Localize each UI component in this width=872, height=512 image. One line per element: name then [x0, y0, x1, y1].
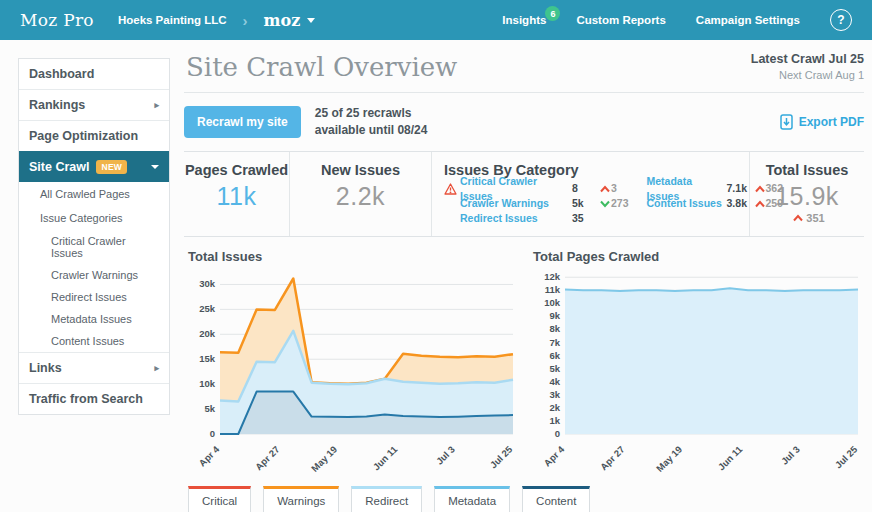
- moz-pro-logo[interactable]: Moz Pro: [20, 10, 94, 30]
- issue-count: 35: [572, 211, 596, 226]
- sidebar-item-label: Issue Categories: [40, 212, 123, 224]
- sidebar-item-issue-categories[interactable]: Issue Categories: [19, 206, 169, 230]
- sidebar-item-traffic-from-search[interactable]: Traffic from Search: [19, 383, 169, 414]
- svg-text:Jul 25: Jul 25: [833, 443, 860, 470]
- new-issues-value: 2.2k: [290, 182, 431, 211]
- svg-text:Apr 27: Apr 27: [598, 443, 627, 472]
- main-content: Site Crawl Overview Latest Crawl Jul 25 …: [184, 48, 864, 512]
- sidebar-item-label: Page Optimization: [29, 129, 138, 143]
- sidebar-item-site-crawl[interactable]: Site CrawlNEW: [19, 151, 169, 182]
- sidebar-item-crawler-warnings[interactable]: Crawler Warnings: [19, 264, 169, 286]
- legend-toggle-content[interactable]: Content: [522, 486, 590, 512]
- sidebar-item-label: Critical Crawler Issues: [51, 235, 126, 259]
- svg-text:5k: 5k: [549, 362, 560, 373]
- sidebar-item-dashboard[interactable]: Dashboard: [19, 59, 169, 89]
- sidebar-item-label: Metadata Issues: [51, 313, 132, 325]
- legend-toggle-warnings[interactable]: Warnings: [263, 486, 339, 512]
- site-dropdown-label: moz: [264, 11, 301, 30]
- sidebar-item-label: Content Issues: [51, 335, 124, 347]
- chevron-right-icon: ▸: [154, 100, 159, 110]
- nav-custom-reports[interactable]: Custom Reports: [576, 14, 665, 26]
- svg-text:15k: 15k: [199, 353, 216, 364]
- svg-text:Jul 3: Jul 3: [434, 443, 457, 466]
- sidebar-item-label: Redirect Issues: [51, 291, 127, 303]
- pages-crawled-title: Pages Crawled: [184, 162, 289, 178]
- stat-issues-by-category: Issues By Category Critical Crawler Issu…: [432, 152, 750, 236]
- sidebar-item-label: Crawler Warnings: [51, 269, 138, 281]
- svg-text:12k: 12k: [544, 271, 561, 282]
- svg-text:Jun 11: Jun 11: [371, 443, 400, 472]
- sidebar-item-rankings[interactable]: Rankings▸: [19, 89, 169, 120]
- recrawl-quota-line1: 25 of 25 recrawls: [315, 105, 428, 122]
- svg-text:Jun 11: Jun 11: [716, 443, 745, 472]
- svg-text:8k: 8k: [549, 323, 560, 334]
- legend-toggle-metadata[interactable]: Metadata: [434, 486, 510, 512]
- stats-row: Pages Crawled 11k New Issues 2.2k Issues…: [184, 151, 864, 237]
- page-title: Site Crawl Overview: [186, 52, 751, 82]
- issue-category-row: Critical Crawler Issues83: [444, 182, 629, 197]
- legend-toggle-redirect[interactable]: Redirect: [351, 486, 422, 512]
- issue-category-link[interactable]: Content Issues: [647, 196, 727, 211]
- sidebar-item-page-optimization[interactable]: Page Optimization: [19, 120, 169, 151]
- header-divider: [184, 92, 864, 93]
- svg-text:1k: 1k: [549, 415, 560, 426]
- svg-text:Apr 27: Apr 27: [253, 443, 282, 472]
- top-bar: Moz Pro Hoeks Painting LLC › moz Insight…: [0, 0, 872, 40]
- total-pages-crawled-chart-title: Total Pages Crawled: [533, 249, 864, 264]
- issue-category-row: Crawler Warnings5k273: [444, 197, 629, 212]
- recrawl-quota-line2: available until 08/24: [315, 122, 428, 139]
- issue-category-link[interactable]: Redirect Issues: [460, 211, 572, 226]
- trend-down-icon: [600, 200, 610, 208]
- svg-text:9k: 9k: [549, 310, 560, 321]
- next-crawl-label: Next Crawl Aug 1: [751, 69, 864, 81]
- help-icon[interactable]: ?: [830, 9, 852, 31]
- svg-text:11k: 11k: [545, 284, 561, 295]
- new-badge: NEW: [96, 160, 127, 174]
- issue-category-row: Redirect Issues35: [444, 212, 629, 227]
- sidebar-item-label: Dashboard: [29, 67, 94, 81]
- nav-insights[interactable]: Insights 6: [502, 14, 546, 26]
- sidebar-item-all-crawled-pages[interactable]: All Crawled Pages: [19, 182, 169, 206]
- category-column-1: Critical Crawler Issues83Crawler Warning…: [444, 182, 629, 227]
- nav-campaign-settings[interactable]: Campaign Settings: [696, 14, 800, 26]
- trend-up-icon: [600, 185, 610, 193]
- recrawl-quota-text: 25 of 25 recrawls available until 08/24: [315, 105, 428, 139]
- chevron-down-icon: [307, 18, 315, 23]
- sidebar-item-links[interactable]: Links▸: [19, 352, 169, 383]
- trend-up-icon: [793, 214, 803, 222]
- total-issues-delta-value: 351: [806, 212, 824, 224]
- sidebar-item-metadata-issues[interactable]: Metadata Issues: [19, 308, 169, 330]
- issue-count: 5k: [572, 196, 596, 211]
- toolbar: Recrawl my site 25 of 25 recrawls availa…: [184, 105, 864, 139]
- warning-triangle-icon: [444, 183, 460, 195]
- new-issues-title: New Issues: [290, 162, 431, 178]
- svg-text:Jul 25: Jul 25: [488, 443, 515, 470]
- sidebar-item-redirect-issues[interactable]: Redirect Issues: [19, 286, 169, 308]
- sidebar-item-critical-crawler-issues[interactable]: Critical Crawler Issues: [19, 230, 169, 264]
- export-pdf-button[interactable]: Export PDF: [780, 114, 864, 130]
- svg-text:May 19: May 19: [309, 443, 339, 473]
- issue-category-link[interactable]: Crawler Warnings: [460, 196, 572, 211]
- crawl-dates: Latest Crawl Jul 25 Next Crawl Aug 1: [751, 52, 864, 81]
- legend-toggle-critical[interactable]: Critical: [188, 486, 251, 512]
- stat-new-issues: New Issues 2.2k: [290, 152, 432, 236]
- svg-text:10k: 10k: [199, 378, 216, 389]
- site-dropdown[interactable]: moz: [264, 11, 316, 30]
- total-pages-crawled-chart: 01k2k3k4k5k6k7k8k9k10k11k12kApr 4Apr 27M…: [529, 264, 864, 480]
- top-nav: Insights 6 Custom Reports Campaign Setti…: [502, 9, 852, 31]
- svg-text:10k: 10k: [544, 297, 561, 308]
- sidebar-item-content-issues[interactable]: Content Issues: [19, 330, 169, 352]
- svg-text:5k: 5k: [204, 403, 215, 414]
- pages-crawled-value: 11k: [184, 182, 289, 211]
- svg-text:20k: 20k: [199, 328, 216, 339]
- svg-text:May 19: May 19: [654, 443, 684, 473]
- svg-text:3k: 3k: [549, 388, 560, 399]
- total-issues-chart: 05k10k15k20k25k30kApr 4Apr 27May 19Jun 1…: [184, 264, 519, 480]
- svg-text:25k: 25k: [199, 303, 216, 314]
- svg-text:6k: 6k: [549, 349, 560, 360]
- campaign-name[interactable]: Hoeks Painting LLC: [118, 14, 227, 26]
- sidebar-nav: DashboardRankings▸Page OptimizationSite …: [18, 58, 170, 415]
- recrawl-button[interactable]: Recrawl my site: [184, 106, 301, 138]
- chevron-down-icon: [151, 165, 159, 169]
- sidebar-item-label: Site Crawl: [29, 160, 89, 174]
